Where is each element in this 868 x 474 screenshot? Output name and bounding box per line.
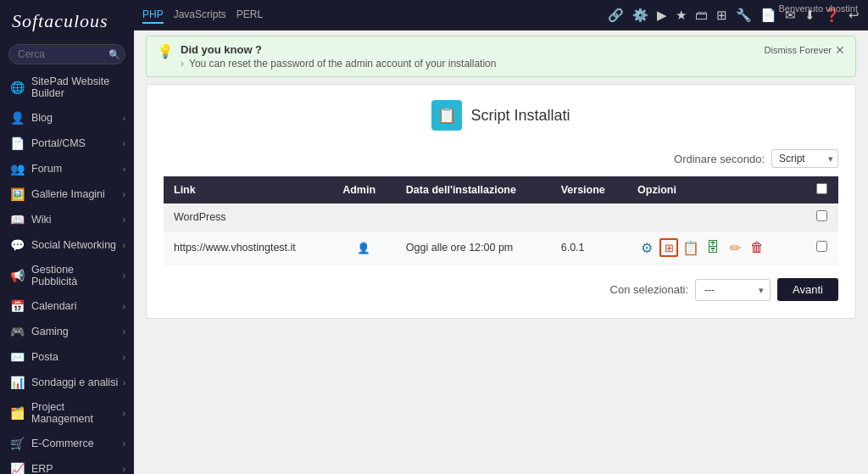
sidebar-item-forum[interactable]: 👥 Forum › [0, 156, 134, 181]
topbar-icon-grid[interactable]: ⊞ [716, 8, 727, 23]
sidebar-item-ads[interactable]: 📢 Gestione Pubblicità › [0, 258, 134, 293]
dismiss-label: Dismiss Forever [765, 45, 832, 55]
topbar-icon-link[interactable]: 🔗 [608, 8, 624, 23]
sidebar-item-mail[interactable]: ✉️ Posta › [0, 344, 134, 370]
order-row: Ordinare secondo: Script Data Versione [147, 146, 855, 176]
panel-header: 📋 Script Installati [147, 85, 855, 146]
sidebar-item-polls[interactable]: 📊 Sondaggi e analisi › [0, 370, 134, 395]
panel-title: Script Installati [470, 107, 570, 125]
topbar-icon-wp[interactable]: ⚙️ [632, 8, 648, 23]
sidebar-chevron-blog: › [123, 114, 125, 123]
sidebar-item-gaming[interactable]: 🎮 Gaming › [0, 319, 134, 344]
bulk-action-select[interactable]: --- Aggiorna Elimina [695, 279, 771, 301]
topbar-link-perl[interactable]: PERL [236, 7, 263, 24]
sidebar-chevron-ecommerce: › [123, 439, 125, 449]
notice-content: Did you know ? › You can reset the passw… [181, 43, 765, 70]
col-date: Data dell'installazione [396, 176, 551, 204]
row-admin: 👤 [332, 231, 396, 265]
wp-action-icon[interactable]: ⚙ [637, 238, 656, 257]
table-row: https://www.vhostingtest.it 👤 Oggi alle … [164, 231, 838, 265]
sidebar-nav: 🌐 SitePad Website Builder 👤 Blog › 📄 Por… [0, 70, 134, 474]
group-checkbox[interactable] [816, 210, 827, 221]
app-logo: Softaculous [0, 0, 134, 39]
notice-bar: 💡 Did you know ? › You can reset the pas… [146, 36, 856, 77]
sidebar-chevron-wiki: › [123, 215, 125, 225]
row-check-cell [804, 231, 838, 265]
top-bar-links: PHP JavaScripts PERL [142, 7, 263, 24]
sidebar-item-wiki[interactable]: 📖 Wiki › [0, 207, 134, 232]
sidebar-chevron-mail: › [123, 353, 125, 362]
edit-action-icon[interactable]: ✏ [726, 238, 744, 257]
sidebar-chevron-pm: › [123, 409, 125, 418]
sidebar-item-pm[interactable]: 🗂️ Project Management › [0, 395, 134, 431]
topbar-icon-doc[interactable]: 📄 [760, 8, 776, 23]
group-row-check [804, 204, 838, 231]
sidebar-icon-ecommerce: 🛒 [10, 437, 25, 450]
delete-action-icon[interactable]: 🗑 [748, 238, 766, 257]
topbar-icon-box[interactable]: 🗃 [695, 8, 708, 22]
table-wrap: Link Admin Data dell'installazione Versi… [147, 176, 855, 265]
dismiss-button[interactable]: Dismiss Forever ✕ [765, 43, 845, 57]
backup-action-icon[interactable]: 🗄 [704, 238, 722, 257]
copy-action-icon[interactable]: 📋 [682, 238, 700, 257]
notice-text: › You can reset the password of the admi… [181, 58, 765, 70]
group-row-wordpress: WordPress [164, 204, 838, 231]
order-select[interactable]: Script Data Versione [771, 149, 838, 168]
col-admin: Admin [332, 176, 396, 204]
topbar-icon-star[interactable]: ★ [676, 8, 687, 23]
avanti-button[interactable]: Avanti [777, 278, 838, 301]
search-wrap [8, 44, 125, 64]
sidebar-icon-sitepad: 🌐 [10, 81, 25, 94]
sidebar-label-calendar: Calendari [31, 300, 123, 312]
topbar-link-js[interactable]: JavaScripts [174, 7, 226, 24]
sidebar-chevron-social: › [123, 241, 125, 250]
sidebar-item-ecommerce[interactable]: 🛒 E-Commerce › [0, 431, 134, 456]
sidebar: Softaculous 🌐 SitePad Website Builder 👤 … [0, 0, 134, 474]
sidebar-item-sitepad[interactable]: 🌐 SitePad Website Builder [0, 70, 134, 105]
sidebar-item-blog[interactable]: 👤 Blog › [0, 105, 134, 131]
row-actions: ⚙ ⊞ 📋 🗄 ✏ 🗑 [627, 231, 804, 265]
sidebar-label-sitepad: SitePad Website Builder [31, 75, 125, 99]
sidebar-item-calendar[interactable]: 📅 Calendari › [0, 293, 134, 319]
staging-action-icon[interactable]: ⊞ [659, 238, 678, 257]
col-options: Opzioni [627, 176, 804, 204]
col-link: Link [164, 176, 332, 204]
topbar-icon-play[interactable]: ▶ [657, 8, 667, 23]
main-panel: 📋 Script Installati Ordinare secondo: Sc… [146, 84, 856, 319]
close-icon[interactable]: ✕ [835, 43, 845, 57]
col-check-header [804, 176, 838, 204]
sidebar-item-social[interactable]: 💬 Social Networking › [0, 232, 134, 258]
sidebar-label-wiki: Wiki [31, 214, 123, 226]
sidebar-label-forum: Forum [31, 163, 123, 175]
sidebar-icon-calendar: 📅 [10, 299, 25, 313]
row-checkbox[interactable] [816, 241, 827, 252]
sidebar-label-social: Social Networking [31, 239, 123, 251]
action-icons-group: ⚙ ⊞ 📋 🗄 ✏ 🗑 [637, 238, 794, 257]
sidebar-label-pm: Project Management [31, 401, 123, 425]
topbar-icon-wrench[interactable]: 🔧 [736, 8, 752, 23]
sidebar-label-polls: Sondaggi e analisi [31, 376, 123, 388]
row-version: 6.0.1 [551, 231, 627, 265]
sidebar-item-portal[interactable]: 📄 Portal/CMS › [0, 131, 134, 156]
admin-icon: 👤 [357, 243, 370, 254]
select-all-checkbox[interactable] [816, 183, 827, 194]
sidebar-item-gallery[interactable]: 🖼️ Gallerie Imagini › [0, 181, 134, 207]
col-version: Versione [551, 176, 627, 204]
notice-body: You can reset the password of the admin … [189, 58, 496, 70]
topbar-link-php[interactable]: PHP [142, 7, 164, 24]
sidebar-chevron-erp: › [123, 465, 125, 474]
notice-arrow: › [181, 58, 184, 70]
sidebar-chevron-gaming: › [123, 327, 125, 337]
notice-title: Did you know ? [181, 43, 765, 56]
sidebar-chevron-gallery: › [123, 190, 125, 199]
sidebar-item-erp[interactable]: 📈 ERP › [0, 456, 134, 474]
sidebar-chevron-calendar: › [123, 302, 125, 311]
sidebar-label-mail: Posta [31, 351, 123, 363]
group-label: WordPress [164, 204, 804, 231]
sidebar-icon-gaming: 🎮 [10, 325, 25, 338]
search-input[interactable] [8, 44, 125, 64]
notice-icon: 💡 [157, 43, 174, 59]
sidebar-icon-social: 💬 [10, 238, 25, 252]
search-container [0, 39, 134, 70]
sidebar-label-gaming: Gaming [31, 326, 123, 337]
